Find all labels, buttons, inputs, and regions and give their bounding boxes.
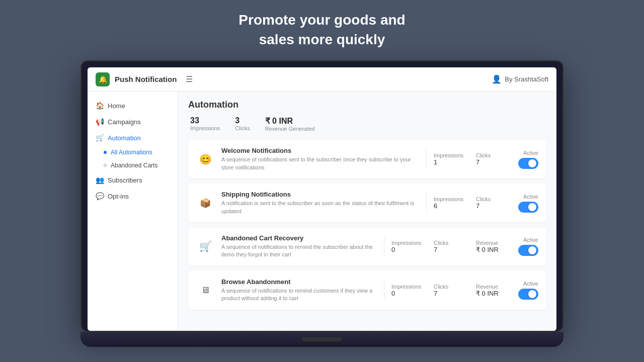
card-browse-abandonment[interactable]: 🖥 Browse Abandonment A sequence of notif… — [188, 271, 546, 310]
sidebar-sub-abandoned-carts[interactable]: Abandoned Carts — [88, 159, 178, 172]
sidebar-subscribers-label: Subscribers — [108, 176, 142, 184]
card-shipping[interactable]: 📦 Shipping Notifications A notification … — [188, 184, 546, 222]
shipping-toggle[interactable] — [518, 202, 538, 213]
stats-bar: 33 Impressions 3 Clicks ₹ 0 INR Revenue … — [188, 116, 546, 132]
browse-click-label: Clicks — [434, 284, 469, 290]
sidebar-item-automation[interactable]: 🛒 Automation — [88, 130, 178, 146]
sidebar-campaigns-label: Campaigns — [108, 118, 141, 126]
laptop-screen: 🔔 Push Notification ☰ 👤 By SrashtaSoft 🏠… — [80, 60, 564, 332]
welcome-imp-value: 1 — [434, 158, 469, 166]
welcome-impressions: Impressions 1 — [434, 152, 469, 166]
sidebar-home-label: Home — [108, 102, 125, 110]
laptop-notch — [302, 337, 342, 341]
header-left: 🔔 Push Notification ☰ — [96, 72, 193, 86]
welcome-info: Welcome Notifications A sequence of noti… — [221, 147, 419, 171]
revenue-value: ₹ 0 INR — [265, 116, 315, 126]
shipping-imp-value: 6 — [434, 202, 469, 210]
browse-toggle-thumb — [528, 290, 536, 298]
abandoned-toggle[interactable] — [518, 245, 538, 256]
sidebar-item-campaigns[interactable]: 📢 Campaigns — [88, 114, 178, 130]
browse-title: Browse Abandonment — [221, 278, 377, 286]
clicks-label: Clicks — [235, 125, 250, 131]
hamburger-icon[interactable]: ☰ — [186, 74, 193, 84]
abandoned-revenue: Revenue ₹ 0 INR — [476, 240, 511, 253]
abandoned-impressions: Impressions 0 — [391, 240, 427, 253]
divider-3 — [384, 236, 384, 256]
stat-impressions: 33 Impressions — [190, 116, 220, 132]
browse-abandonment-icon: 🖥 — [196, 281, 214, 299]
sidebar-optins-label: Opt-ins — [108, 193, 129, 200]
abandoned-rev-label: Revenue — [476, 240, 511, 246]
app-header: 🔔 Push Notification ☰ 👤 By SrashtaSoft — [88, 67, 556, 92]
welcome-icon: 😊 — [196, 150, 214, 168]
shipping-impressions: Impressions 6 — [434, 196, 469, 210]
abandoned-click-value: 7 — [434, 246, 469, 253]
abandoned-click-label: Clicks — [434, 240, 469, 246]
shipping-clicks: Clicks 7 — [476, 196, 511, 210]
browse-desc: A sequence of notifications to remind cu… — [221, 287, 377, 303]
welcome-active-section: Active — [518, 150, 538, 169]
browse-impressions: Impressions 0 — [391, 284, 427, 297]
inactive-dot — [104, 164, 107, 167]
optins-icon: 💬 — [96, 192, 104, 200]
abandoned-cart-title: Abandoned Cart Recovery — [221, 234, 377, 242]
app-logo: 🔔 — [96, 72, 110, 86]
impressions-value: 33 — [190, 116, 220, 125]
shipping-info: Shipping Notifications A notification is… — [221, 191, 419, 215]
abandoned-clicks: Clicks 7 — [434, 240, 469, 253]
stat-clicks: 3 Clicks — [235, 116, 250, 132]
divider-2 — [426, 193, 427, 213]
welcome-desc: A sequence of notifications sent to the … — [221, 156, 419, 171]
shipping-active-label: Active — [523, 194, 538, 200]
abandoned-rev-value: ₹ 0 INR — [476, 246, 511, 253]
user-icon: 👤 — [492, 74, 502, 84]
subscribers-icon: 👥 — [96, 176, 104, 184]
sidebar-sub-all-automations[interactable]: All Automations — [88, 146, 178, 159]
welcome-imp-label: Impressions — [434, 152, 469, 158]
app-body: 🏠 Home 📢 Campaigns 🛒 Automation — [88, 92, 556, 331]
page-title: Automation — [188, 100, 546, 110]
main-content: Automation 33 Impressions 3 Clicks ₹ 0 I… — [178, 92, 556, 331]
browse-rev-label: Revenue — [476, 284, 511, 290]
browse-active-section: Active — [518, 281, 538, 300]
active-dot — [104, 151, 107, 154]
laptop-wrapper: 🔔 Push Notification ☰ 👤 By SrashtaSoft 🏠… — [80, 60, 564, 352]
impressions-label: Impressions — [190, 125, 220, 131]
abandoned-active-label: Active — [523, 237, 538, 243]
card-abandoned-cart[interactable]: 🛒 Abandoned Cart Recovery A sequence of … — [188, 227, 546, 266]
shipping-toggle-thumb — [528, 203, 536, 211]
by-label: By SrashtaSoft — [505, 75, 548, 83]
browse-info: Browse Abandonment A sequence of notific… — [221, 278, 377, 303]
shipping-click-value: 7 — [476, 202, 511, 210]
welcome-clicks: Clicks 7 — [476, 152, 511, 166]
app-title: Push Notification — [115, 75, 177, 83]
card-welcome[interactable]: 😊 Welcome Notifications A sequence of no… — [188, 140, 546, 178]
browse-rev-value: ₹ 0 INR — [476, 290, 511, 297]
abandoned-active-section: Active — [518, 237, 538, 256]
shipping-active-section: Active — [518, 194, 538, 213]
welcome-click-label: Clicks — [476, 152, 511, 158]
browse-toggle[interactable] — [518, 289, 538, 300]
abandoned-imp-value: 0 — [391, 246, 427, 253]
revenue-label: Revenue Generated — [265, 126, 315, 132]
welcome-toggle[interactable] — [518, 158, 538, 169]
divider-1 — [426, 149, 427, 169]
sidebar-item-home[interactable]: 🏠 Home — [88, 98, 178, 114]
sidebar: 🏠 Home 📢 Campaigns 🛒 Automation — [88, 92, 178, 331]
browse-active-label: Active — [523, 281, 538, 287]
browse-click-value: 7 — [434, 290, 469, 297]
clicks-value: 3 — [235, 116, 250, 125]
sidebar-item-optins[interactable]: 💬 Opt-ins — [88, 188, 178, 204]
shipping-title: Shipping Notifications — [221, 191, 419, 198]
campaigns-icon: 📢 — [96, 118, 104, 126]
shipping-desc: A notification is sent to the subscriber… — [221, 200, 419, 215]
welcome-toggle-thumb — [528, 159, 536, 167]
all-automations-label: All Automations — [111, 149, 152, 156]
divider-4 — [384, 280, 384, 300]
browse-imp-value: 0 — [391, 290, 427, 297]
sidebar-item-subscribers[interactable]: 👥 Subscribers — [88, 172, 178, 188]
home-icon: 🏠 — [96, 102, 104, 110]
welcome-title: Welcome Notifications — [221, 147, 419, 154]
welcome-click-value: 7 — [476, 158, 511, 166]
abandoned-cart-info: Abandoned Cart Recovery A sequence of no… — [221, 234, 377, 259]
